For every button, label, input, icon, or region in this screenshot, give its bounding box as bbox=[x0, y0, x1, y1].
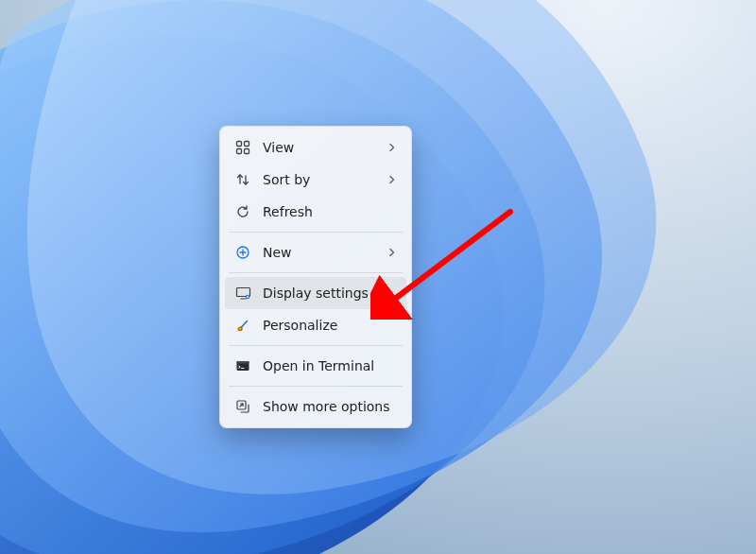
refresh-icon bbox=[234, 203, 251, 220]
menu-item-personalize[interactable]: Personalize bbox=[225, 309, 406, 341]
menu-item-label: Refresh bbox=[263, 204, 397, 219]
menu-item-view[interactable]: View bbox=[225, 131, 406, 164]
svg-rect-1 bbox=[237, 142, 242, 147]
menu-item-new[interactable]: New bbox=[225, 236, 406, 268]
menu-separator bbox=[229, 232, 403, 233]
menu-item-label: New bbox=[263, 245, 380, 260]
desktop-context-menu: View Sort by Refresh bbox=[219, 126, 412, 428]
menu-separator bbox=[229, 386, 403, 387]
sort-icon bbox=[234, 171, 251, 188]
menu-item-label: View bbox=[263, 140, 380, 155]
menu-separator bbox=[229, 345, 403, 346]
menu-item-label: Personalize bbox=[263, 318, 397, 333]
menu-item-open-terminal[interactable]: Open in Terminal bbox=[225, 350, 406, 382]
menu-item-label: Sort by bbox=[263, 172, 380, 187]
menu-item-label: Open in Terminal bbox=[263, 358, 397, 373]
svg-rect-2 bbox=[245, 142, 249, 147]
svg-point-8 bbox=[247, 296, 249, 298]
options-icon bbox=[234, 398, 251, 415]
menu-item-display-settings[interactable]: Display settings bbox=[225, 277, 406, 309]
menu-item-sort[interactable]: Sort by bbox=[225, 164, 406, 196]
svg-rect-3 bbox=[237, 149, 242, 154]
grid-icon bbox=[234, 139, 251, 156]
chevron-right-icon bbox=[387, 143, 397, 152]
menu-item-label: Show more options bbox=[263, 399, 397, 414]
menu-item-label: Display settings bbox=[263, 286, 397, 301]
svg-rect-4 bbox=[245, 149, 249, 154]
menu-separator bbox=[229, 272, 403, 273]
terminal-icon bbox=[234, 357, 251, 374]
chevron-right-icon bbox=[387, 175, 397, 184]
display-icon bbox=[234, 285, 251, 302]
menu-item-show-more-options[interactable]: Show more options bbox=[225, 390, 406, 423]
paintbrush-icon bbox=[234, 317, 251, 334]
plus-circle-icon bbox=[234, 244, 251, 261]
chevron-right-icon bbox=[387, 248, 397, 257]
svg-rect-10 bbox=[237, 361, 249, 363]
menu-item-refresh[interactable]: Refresh bbox=[225, 196, 406, 228]
